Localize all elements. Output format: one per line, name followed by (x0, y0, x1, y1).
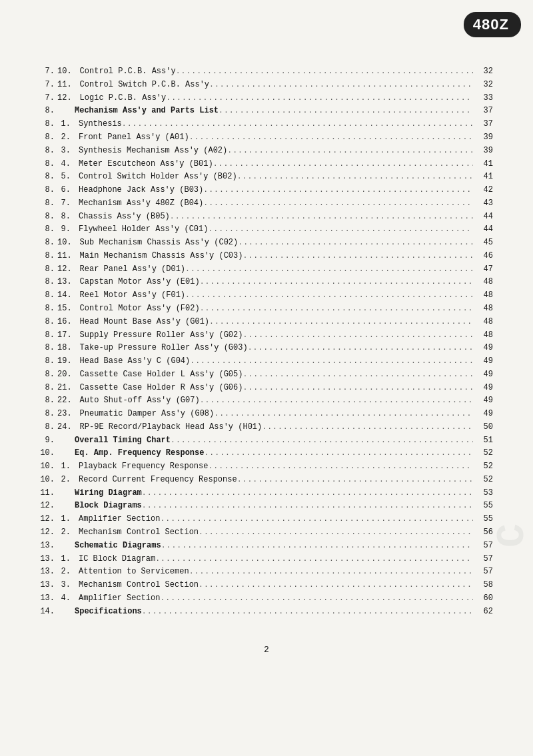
toc-row: 8.Mechanism Ass'y and Parts List .......… (40, 105, 493, 118)
section-num: 8. (40, 250, 57, 262)
entry-title: Block Diagrams (75, 500, 142, 512)
toc-row: 13.4.Amplifier Section .................… (40, 592, 493, 605)
sub-section-num: 1. (57, 119, 75, 130)
section-num: 8. (40, 171, 57, 183)
page-ref: 42 (473, 185, 493, 196)
section-num: 9. (40, 435, 57, 446)
page-ref: 49 (473, 382, 493, 394)
entry-title: Meter Escutcheon Ass'y (B01) (79, 159, 213, 170)
entry-title: Mechanism Control Section (79, 579, 199, 591)
page-ref: 44 (473, 211, 493, 222)
dot-leaders: ........................................… (142, 500, 473, 512)
entry-title: Mechanism Control Section (79, 527, 199, 538)
entry-title: Record Current Frequency Response (79, 474, 237, 486)
dot-leaders: ........................................… (248, 342, 473, 354)
page-ref: 39 (473, 132, 493, 143)
entry-title: Auto Shut-off Ass'y (G07) (80, 395, 200, 406)
sub-section-num: 13. (57, 276, 76, 288)
toc-row: 13.3.Mechanism Control Section .........… (40, 579, 493, 592)
dot-leaders: ........................................… (200, 276, 473, 288)
sub-section-num: 2. (57, 527, 75, 538)
sub-section-num: 10. (57, 66, 76, 77)
page-ref: 48 (473, 330, 493, 341)
entry-title: Schematic Diagrams (75, 540, 161, 552)
dot-leaders: ........................................… (155, 554, 473, 565)
toc-row: 8.7.Mechanism Ass'y 480Z (B04) .........… (40, 197, 493, 210)
dot-leaders: ........................................… (171, 435, 473, 446)
section-num: 10. (40, 461, 57, 472)
dot-leaders: ........................................… (219, 105, 473, 117)
sub-section-num: 4. (57, 159, 75, 170)
dot-leaders: ........................................… (237, 171, 473, 183)
section-num: 8. (40, 224, 57, 235)
entry-title: Mechanism Ass'y and Parts List (75, 105, 219, 117)
page-ref: 52 (473, 461, 493, 472)
toc-row: 7.12.Logic P.C.B. Ass'y ................… (40, 92, 493, 105)
dot-leaders: ........................................… (243, 369, 473, 380)
entry-title: Take-up Pressure Roller Ass'y (G03) (80, 342, 248, 354)
sub-section-num: 2. (57, 132, 75, 143)
section-num: 8. (40, 159, 57, 170)
section-num: 8. (40, 408, 57, 420)
section-num: 8. (40, 422, 57, 433)
page-ref: 49 (473, 395, 493, 406)
entry-title: Pneumatic Damper Ass'y (G08) (80, 408, 215, 420)
section-num: 8. (40, 276, 57, 288)
page-ref: 51 (473, 435, 493, 446)
sub-section-num: 1. (57, 554, 75, 565)
sub-section-num: 2. (57, 474, 75, 486)
sub-section-num: 6. (57, 185, 75, 196)
dot-leaders: ........................................… (199, 579, 473, 591)
section-num: 7. (40, 93, 57, 104)
sub-section-num: 8. (57, 211, 75, 222)
page-ref: 44 (473, 224, 493, 235)
dot-leaders: ........................................… (209, 79, 473, 91)
entry-title: Eq. Amp. Frequency Response (75, 448, 204, 459)
page-ref: 52 (473, 474, 493, 486)
page-ref: 49 (473, 408, 493, 420)
section-num: 10. (40, 474, 57, 486)
toc-row: 8.17.Supply Pressure Roller Ass'y (G02) … (40, 328, 493, 342)
toc-row: 8.11.Main Mechanism Chassis Ass'y (C03) … (40, 250, 493, 263)
toc-row: 8.21.Cassette Case Holder R Ass'y (G06) … (40, 381, 493, 394)
section-num: 13. (40, 566, 57, 577)
page-ref: 41 (473, 159, 493, 170)
sub-section-num: 11. (57, 79, 76, 91)
dot-leaders: ........................................… (122, 119, 473, 130)
page-ref: 48 (473, 276, 493, 288)
entry-title: Cassette Case Holder L Ass'y (G05) (80, 369, 243, 380)
dot-leaders: ........................................… (238, 237, 473, 248)
section-num: 8. (40, 395, 57, 406)
section-num: 8. (40, 356, 57, 367)
toc-row: 8.14.Reel Motor Ass'y (F01) ............… (40, 289, 493, 302)
toc-row: 8.16.Head Mount Base Ass'y (G01) .......… (40, 316, 493, 329)
entry-title: IC Block Diagram (79, 554, 155, 565)
dot-leaders: ........................................… (208, 224, 473, 235)
toc-row: 8.24.RP-9E Record/Playback Head Ass'y (H… (40, 421, 493, 434)
section-num: 8. (40, 237, 57, 248)
page-ref: 62 (473, 606, 493, 617)
sub-section-num: 2. (57, 566, 75, 577)
page-container: 480Z 7.10.Control P.C.B. Ass'y .........… (0, 0, 533, 756)
sub-section-num: 7. (57, 198, 75, 209)
dot-leaders: ........................................… (185, 264, 473, 275)
sub-section-num: 15. (57, 303, 76, 314)
dot-leaders: ........................................… (160, 593, 473, 604)
section-num: 13. (40, 579, 57, 591)
page-ref: 37 (473, 119, 493, 130)
toc-row: 8.3.Synthesis Mechanism Ass'y (A02) ....… (40, 145, 493, 158)
dot-leaders: ........................................… (142, 606, 473, 617)
section-num: 13. (40, 554, 57, 565)
dot-leaders: ........................................… (209, 316, 473, 328)
section-num: 8. (40, 132, 57, 143)
dot-leaders: ........................................… (243, 250, 473, 262)
entry-title: Capstan Motor Ass'y (E01) (80, 276, 200, 288)
page-ref: 57 (473, 566, 493, 577)
dot-leaders: ........................................… (200, 303, 473, 314)
page-ref: 46 (473, 250, 493, 262)
brand-badge: 480Z (464, 12, 521, 37)
page-ref: 49 (473, 342, 493, 354)
toc-row: 13.Schematic Diagrams ..................… (40, 540, 493, 553)
toc-row: 8.19.Head Base Ass'y C (G04) ...........… (40, 355, 493, 368)
section-num: 8. (40, 290, 57, 301)
